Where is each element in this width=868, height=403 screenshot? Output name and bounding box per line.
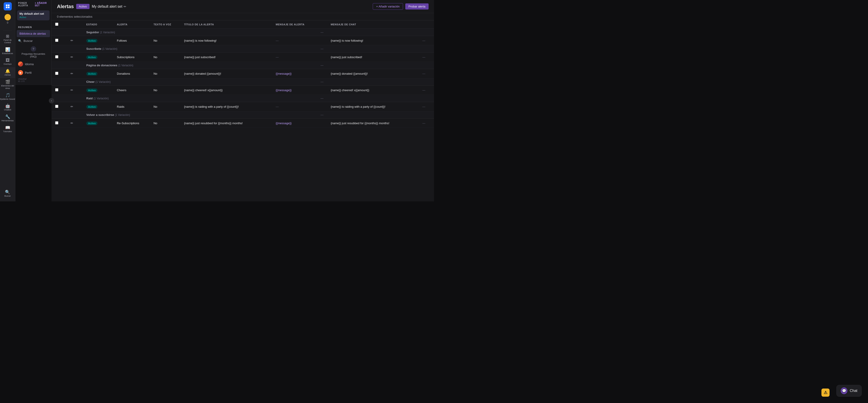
col-check-header[interactable] <box>52 20 66 29</box>
poner-alerta-label: PONER ALERTA + Añadir set <box>18 2 49 7</box>
group-row-cheer: Cheer (1 Variación) — <box>52 78 434 86</box>
sidebar-item-alertas[interactable]: 🔔 Alertas <box>0 67 15 78</box>
row-checkbox-cell[interactable] <box>52 53 66 62</box>
sidebar-label-epidemic: Epidemic Sound <box>0 98 15 100</box>
alertas-icon: 🔔 <box>5 69 10 73</box>
row-titulo: {name}} just resubbed for {{months}} mon… <box>180 119 272 128</box>
nav-alert-set[interactable]: My default alert set Activo <box>17 10 50 20</box>
row-checkbox-cell[interactable] <box>52 119 66 128</box>
nav-idioma[interactable]: Idioma <box>16 60 51 68</box>
row-checkbox-cell[interactable] <box>52 86 66 95</box>
row-edit-cell[interactable]: ✏ <box>66 86 83 95</box>
sidebar-item-elementos[interactable]: 🎬 Elementos del strea <box>0 78 15 91</box>
row-edit-cell[interactable]: ✏ <box>66 102 83 111</box>
app-logo[interactable] <box>4 2 12 10</box>
row-checkbox-cell[interactable] <box>52 36 66 45</box>
row-action: — <box>418 69 434 78</box>
edit-row-button[interactable]: ✏ <box>69 71 74 76</box>
row-chat: {name}} is now following! <box>327 36 418 45</box>
overlays-icon: 🖼 <box>6 58 10 62</box>
alert-set-status: Activo <box>20 16 47 19</box>
svg-rect-2 <box>6 6 7 8</box>
row-mensaje: {{message}} <box>272 86 327 95</box>
sidebar-label-elementos: Elementos del strea <box>0 85 15 90</box>
sidebar-item-estadisticas[interactable]: 📊 Estadísticas <box>0 46 15 57</box>
edit-row-button[interactable]: ✏ <box>69 121 74 125</box>
row-mensaje: — <box>272 36 327 45</box>
row-chat: {name}} donated {{amount}}! <box>327 69 418 78</box>
sidebar-item-panel[interactable]: ⊞ Panel de Control <box>0 32 15 46</box>
nav-panel: PONER ALERTA + Añadir set My default ale… <box>16 0 52 85</box>
table-row: ✏ Activo Follows No {name}} is now follo… <box>52 36 434 45</box>
status-badge: Activo <box>86 121 98 125</box>
row-checkbox[interactable] <box>55 55 58 58</box>
row-action: — <box>418 86 434 95</box>
row-checkbox-cell[interactable] <box>52 69 66 78</box>
nav-faq[interactable]: ? Preguntas frecuentes (FAQ) <box>16 45 51 60</box>
row-edit-cell[interactable]: ✏ <box>66 119 83 128</box>
table-row: ✏ Activo Subscriptions No {name}} just s… <box>52 53 434 62</box>
sidebar-item-epidemic[interactable]: 🎵 Epidemic Sound <box>0 91 15 102</box>
row-edit-cell[interactable]: ✏ <box>66 53 83 62</box>
collapse-nav-button[interactable]: ‹ <box>49 98 54 104</box>
row-checkbox[interactable] <box>55 105 58 108</box>
main-content: Alertas Activo My default alert set ✏ + … <box>52 0 434 201</box>
table-row: ✏ Activo Donations No {name}} donated {{… <box>52 69 434 78</box>
row-checkbox-cell[interactable] <box>52 102 66 111</box>
alert-set-name: My default alert set <box>20 12 47 16</box>
nav-item-biblioteca[interactable]: Biblioteca de alertas <box>17 30 50 37</box>
row-checkbox[interactable] <box>55 72 58 75</box>
select-all-checkbox[interactable] <box>55 23 58 26</box>
row-titulo: {name}} cheered! x{{amount}} <box>180 86 272 95</box>
perfil-label: Perfil <box>25 71 32 75</box>
row-checkbox[interactable] <box>55 121 58 124</box>
status-badge: Activo <box>86 39 98 42</box>
row-alerta: Raids <box>113 102 150 111</box>
row-mensaje: {{message}} <box>272 119 327 128</box>
row-titulo: {name}} is now following! <box>180 36 272 45</box>
idioma-label: Idioma <box>25 62 34 66</box>
epidemic-icon: 🎵 <box>5 93 10 97</box>
edit-row-button[interactable]: ✏ <box>69 38 74 43</box>
row-checkbox[interactable] <box>55 39 58 42</box>
row-texto-a-voz: No <box>150 36 180 45</box>
page-header: Alertas Activo My default alert set ✏ + … <box>52 0 434 13</box>
test-alert-button[interactable]: Probar alerta <box>405 3 429 9</box>
alerts-table: Estado Alerta Texto a voz Título de la a… <box>52 20 434 128</box>
col-estado-header: Estado <box>83 20 113 29</box>
page-title: Alertas <box>57 4 74 9</box>
sidebar-item-herramientas[interactable]: 🔧 Herramientas <box>0 113 15 124</box>
add-variation-button[interactable]: + Añadir variación <box>373 3 403 10</box>
sidebar-label-panel: Panel de Control <box>0 39 15 44</box>
row-texto-a-voz: No <box>150 102 180 111</box>
row-edit-cell[interactable]: ✏ <box>66 36 83 45</box>
group-row-suscribete: Suscríbete (1 Variación) — <box>52 45 434 53</box>
row-mensaje: — <box>272 102 327 111</box>
sidebar-item-chatbot[interactable]: 🤖 Chatbot <box>0 102 15 113</box>
row-edit-cell[interactable]: ✏ <box>66 69 83 78</box>
edit-row-button[interactable]: ✏ <box>69 88 74 92</box>
selected-count-text: 0 elementos seleccionados <box>57 15 92 18</box>
group-row-seguidor: Seguidor (1 Variación) — <box>52 29 434 36</box>
add-set-link[interactable]: + Añadir set <box>35 2 49 7</box>
herramientas-icon: 🔧 <box>5 115 10 119</box>
col-chat-header: Mensaje de chat <box>327 20 418 29</box>
group-row-resub: Volver a suscribirse (1 Variación) — <box>52 111 434 119</box>
edit-alert-set-icon[interactable]: ✏ <box>124 5 126 8</box>
edit-row-button[interactable]: ✏ <box>69 55 74 59</box>
row-checkbox[interactable] <box>55 88 58 91</box>
nav-search[interactable]: 🔍 Buscar <box>16 37 51 45</box>
sidebar-item-overlays[interactable]: 🖼 Overlays <box>0 56 15 67</box>
sidebar-item-tutoriales[interactable]: 📖 Tutoriales <box>0 124 15 135</box>
status-badge: Activo <box>86 88 98 92</box>
nav-perfil[interactable]: ▶ Perfil <box>16 68 51 77</box>
row-alerta: Follows <box>113 36 150 45</box>
active-tab-badge[interactable]: Activo <box>76 4 90 9</box>
edit-row-button[interactable]: ✏ <box>69 104 74 109</box>
group-name: Raid (1 Variación) — <box>83 95 327 102</box>
alerts-table-container[interactable]: Estado Alerta Texto a voz Título de la a… <box>52 20 434 201</box>
group-name: Volver a suscribirse (1 Variación) — <box>83 111 327 119</box>
row-titulo: {name}} is raiding with a party of {{cou… <box>180 102 272 111</box>
nav-search-label: Buscar <box>24 39 33 42</box>
sidebar-item-buscar[interactable]: 🔍 Buscar <box>4 188 11 199</box>
